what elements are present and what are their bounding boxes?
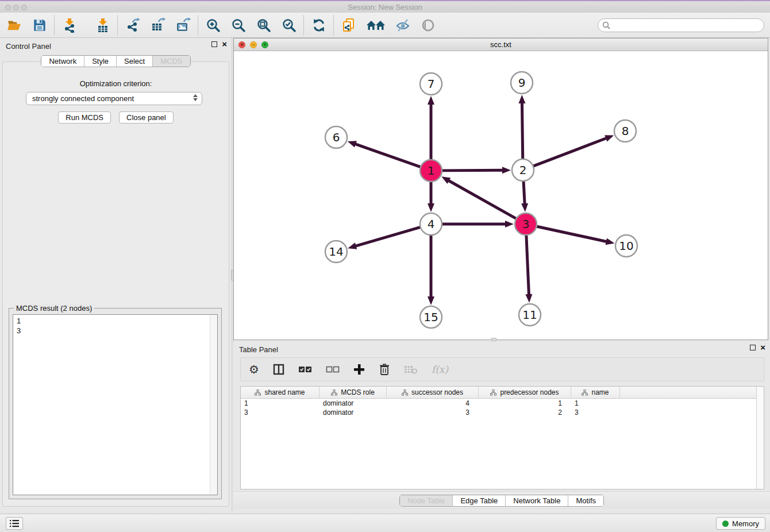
- graph-node-label-9: 9: [518, 76, 526, 90]
- table-panel-title: Table Panel: [239, 345, 278, 354]
- tab-motifs[interactable]: Motifs: [568, 495, 603, 506]
- save-session-icon[interactable]: [31, 17, 48, 34]
- criterion-select-value: strongly connected component: [32, 94, 134, 103]
- control-panel-tabs: NetworkStyleSelectMCDS: [0, 55, 232, 67]
- column-chooser-icon[interactable]: [273, 364, 284, 375]
- mcds-result-box[interactable]: 13: [13, 314, 218, 495]
- graph-edge-arrowhead: [518, 95, 525, 103]
- memory-button-label: Memory: [732, 519, 759, 528]
- graph-edge-3-11[interactable]: [526, 236, 529, 296]
- table-cell[interactable]: 1: [571, 399, 620, 407]
- column-header-predecessor-nodes[interactable]: predecessor nodes: [479, 387, 571, 398]
- table-tabs-bar: Node TableEdge TableNetwork TableMotifs: [233, 491, 770, 509]
- memory-button[interactable]: Memory: [716, 517, 765, 530]
- add-column-icon[interactable]: [353, 364, 365, 375]
- control-panel-float-icon[interactable]: [211, 41, 217, 47]
- column-header-mcds-role[interactable]: MCDS role: [319, 387, 387, 398]
- table-toolbar: ⚙ f(x): [240, 357, 764, 381]
- network-canvas[interactable]: 7968124314101511: [234, 51, 768, 340]
- graph-edge-arrowhead: [428, 96, 434, 105]
- control-panel-close-icon[interactable]: ×: [222, 41, 227, 47]
- export-network-icon[interactable]: [124, 17, 141, 34]
- table-cell[interactable]: 3: [387, 408, 479, 417]
- tab-edge-table[interactable]: Edge Table: [452, 495, 505, 506]
- zoom-in-icon[interactable]: [205, 17, 222, 34]
- table-panel: Table Panel × ⚙ f(x) shared nameMCDS rol…: [233, 341, 770, 511]
- table-cell[interactable]: dominator: [319, 399, 387, 407]
- optimization-criterion-label: Optimization criterion:: [3, 79, 229, 88]
- column-header-label: name: [591, 388, 609, 396]
- column-header-shared-name[interactable]: shared name: [241, 387, 319, 398]
- graph-edge-3-1[interactable]: [448, 180, 516, 218]
- zoom-selected-icon[interactable]: [280, 17, 298, 34]
- graph-edge-2-3[interactable]: [523, 182, 525, 205]
- network-view-window: ✕ − + scc.txt 7968124314101511: [233, 38, 768, 340]
- settings-gear-icon[interactable]: ⚙: [249, 363, 259, 376]
- sort-icon: [331, 390, 337, 396]
- mcds-result-title: MCDS result (2 nodes): [14, 304, 94, 313]
- delete-column-icon[interactable]: [379, 363, 390, 376]
- show-all-icon[interactable]: [419, 17, 437, 34]
- table-cell[interactable]: 1: [241, 399, 319, 407]
- memory-status-dot: [722, 521, 729, 527]
- hide-selected-icon[interactable]: [394, 17, 411, 34]
- run-mcds-button[interactable]: Run MCDS: [58, 111, 111, 124]
- task-history-button[interactable]: [6, 517, 23, 530]
- select-all-icon[interactable]: [298, 365, 312, 373]
- graph-node-label-1: 1: [428, 164, 435, 178]
- table-cell[interactable]: 3: [241, 408, 319, 417]
- graph-node-label-11: 11: [522, 308, 537, 322]
- graph-edge-arrowhead: [348, 141, 357, 147]
- graph-edge-1-6[interactable]: [354, 144, 420, 167]
- copy-view-icon[interactable]: [340, 17, 357, 34]
- tab-select[interactable]: Select: [116, 56, 152, 67]
- table-cell[interactable]: dominator: [319, 408, 387, 417]
- close-panel-button[interactable]: Close panel: [119, 111, 174, 124]
- column-header-label: MCDS role: [341, 388, 375, 396]
- table-row[interactable]: 3dominator323: [241, 408, 764, 417]
- table-cell[interactable]: 1: [479, 399, 571, 407]
- table-panel-close-icon[interactable]: ×: [760, 345, 765, 350]
- table-cell[interactable]: 4: [387, 399, 479, 407]
- table-panel-float-icon[interactable]: [750, 345, 756, 350]
- graph-node-label-8: 8: [622, 124, 629, 138]
- mcds-result-scrollbar[interactable]: [210, 315, 217, 495]
- column-header-successor-nodes[interactable]: successor nodes: [387, 387, 479, 398]
- graph-edge-3-10[interactable]: [537, 226, 608, 242]
- open-file-icon[interactable]: [6, 17, 23, 34]
- export-table-icon[interactable]: [149, 17, 167, 34]
- graph-edge-1-2[interactable]: [442, 170, 504, 171]
- import-network-icon[interactable]: [61, 17, 78, 34]
- graph-edge-arrowhead: [505, 221, 514, 228]
- node-table-scrollbar[interactable]: [756, 387, 764, 489]
- tab-mcds[interactable]: MCDS: [152, 56, 190, 67]
- tab-node-table[interactable]: Node Table: [400, 495, 453, 506]
- mcds-tab-content: Optimization criterion: strongly connect…: [2, 61, 229, 507]
- table-cell[interactable]: 3: [571, 408, 620, 417]
- first-neighbors-icon[interactable]: [365, 17, 386, 34]
- search-input[interactable]: [598, 18, 764, 32]
- graph-edge-arrowhead: [605, 135, 614, 141]
- control-panel-header: Control Panel ×: [0, 38, 232, 54]
- column-header-name[interactable]: name: [571, 387, 620, 398]
- table-cell[interactable]: 2: [479, 408, 571, 417]
- refresh-icon[interactable]: [310, 17, 328, 34]
- tab-network[interactable]: Network: [41, 56, 84, 67]
- criterion-select[interactable]: strongly connected component: [26, 92, 202, 105]
- graph-edge-2-9[interactable]: [522, 102, 522, 159]
- graph-edge-4-14[interactable]: [355, 228, 420, 246]
- graph-node-label-10: 10: [619, 239, 633, 253]
- table-row[interactable]: 1dominator411: [241, 399, 764, 408]
- graph-edge-arrowhead: [606, 238, 615, 245]
- graph-edge-2-8[interactable]: [534, 138, 607, 166]
- import-table-icon[interactable]: [94, 17, 111, 34]
- main-toolbar: [0, 13, 770, 38]
- graph-edge-arrowhead: [428, 296, 434, 305]
- column-header-label: shared name: [264, 388, 305, 396]
- tab-network-table[interactable]: Network Table: [505, 495, 568, 506]
- tab-style[interactable]: Style: [84, 56, 116, 67]
- export-image-icon[interactable]: [175, 17, 192, 34]
- unselect-all-icon[interactable]: [326, 365, 340, 373]
- zoom-out-icon[interactable]: [230, 17, 247, 34]
- zoom-fit-icon[interactable]: [255, 17, 272, 34]
